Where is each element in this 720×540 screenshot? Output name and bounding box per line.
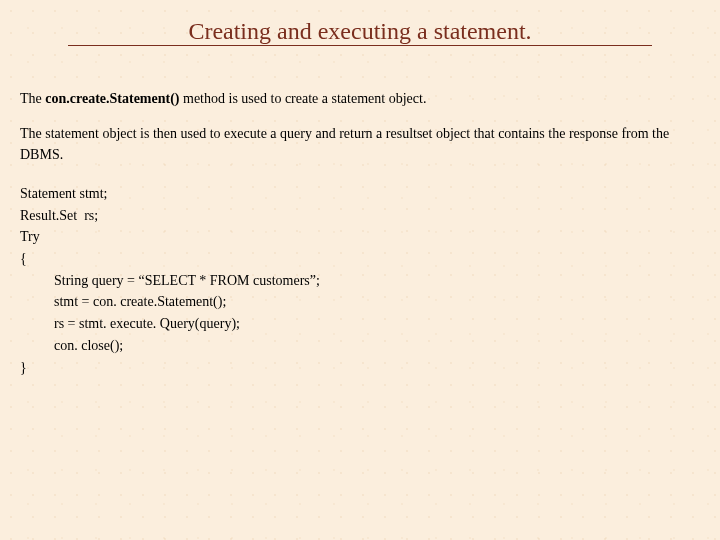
code-line-8: con. close();	[20, 335, 700, 357]
code-line-2: Result.Set rs;	[20, 205, 700, 227]
code-line-3: Try	[20, 226, 700, 248]
code-line-4: {	[20, 248, 700, 270]
code-line-9: }	[20, 357, 700, 379]
para1-bold: con.create.Statement()	[45, 91, 179, 106]
body-text: The con.create.Statement() method is use…	[20, 88, 700, 378]
paragraph-1: The con.create.Statement() method is use…	[20, 88, 700, 109]
page-title: Creating and executing a statement.	[68, 18, 651, 46]
code-line-1: Statement stmt;	[20, 183, 700, 205]
code-line-7: rs = stmt. execute. Query(query);	[20, 313, 700, 335]
code-line-6: stmt = con. create.Statement();	[20, 291, 700, 313]
slide: Creating and executing a statement. The …	[0, 0, 720, 540]
title-wrap: Creating and executing a statement.	[20, 18, 700, 74]
code-line-5: String query = “SELECT * FROM customers”…	[20, 270, 700, 292]
paragraph-2: The statement object is then used to exe…	[20, 123, 700, 165]
para1-prefix: The	[20, 91, 45, 106]
code-block: Statement stmt; Result.Set rs; Try { Str…	[20, 183, 700, 378]
para1-suffix: method is used to create a statement obj…	[180, 91, 427, 106]
